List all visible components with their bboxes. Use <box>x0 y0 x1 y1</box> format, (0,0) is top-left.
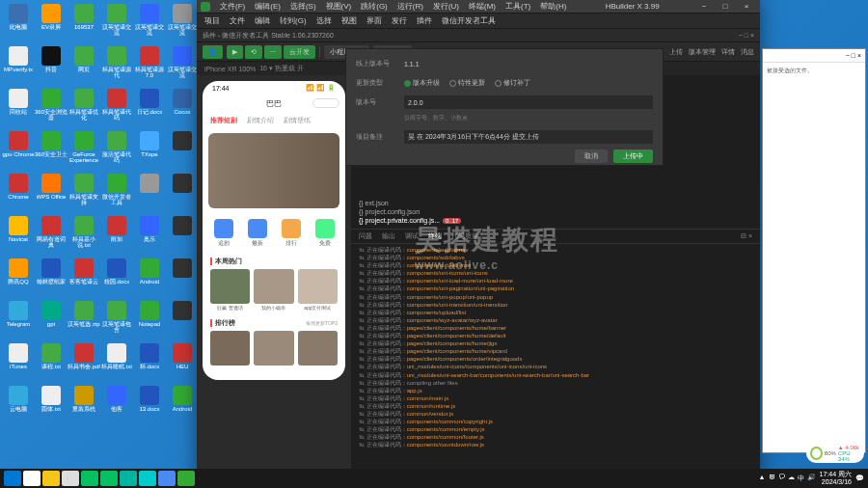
output-tab[interactable]: 调试 <box>405 231 419 241</box>
menu-item[interactable]: 编辑 <box>251 14 274 27</box>
toolbar-button[interactable]: 版本管理 <box>689 47 716 57</box>
taskbar-item[interactable] <box>120 471 137 486</box>
desktop-icon[interactable]: EV录屏 <box>35 4 68 44</box>
desktop-icon[interactable]: gpu Chrome <box>2 131 35 172</box>
taskbar-item[interactable] <box>158 471 176 486</box>
capsule-button[interactable] <box>312 98 339 108</box>
desktop-icon[interactable]: 杯具睡眠.txt <box>100 343 133 384</box>
tray-icon[interactable]: ▲ <box>759 474 766 483</box>
menu-item[interactable]: 视图(V) <box>322 0 356 13</box>
close-button[interactable]: × <box>737 0 756 14</box>
upload-button[interactable]: 上传中 <box>613 149 653 163</box>
desktop-icon[interactable]: 汉英笔译交流 <box>166 4 199 44</box>
desktop-icon[interactable]: 汉英笔译包含 <box>100 301 133 341</box>
taskbar-item[interactable] <box>177 471 195 486</box>
desktop-icon[interactable]: iTunes <box>2 343 35 384</box>
phone-tab[interactable]: 剧情介绍 <box>247 116 274 125</box>
desktop-icon[interactable]: GeForce Experience <box>68 131 100 172</box>
desktop-icon[interactable]: 此电脑 <box>2 4 35 44</box>
maximize-button[interactable]: □ <box>716 0 735 14</box>
perf-badge[interactable]: 80% ▲ 4.06k CPU 34% <box>806 444 864 463</box>
tray-icon[interactable]: 🗩 <box>778 474 785 483</box>
taskbar-item[interactable] <box>100 471 118 486</box>
radio-option[interactable]: 特性更新 <box>449 78 485 88</box>
toolbar-button[interactable]: ▶ <box>227 45 243 59</box>
menu-item[interactable]: 帮助(H) <box>536 0 570 13</box>
nav-item[interactable]: 追剧 <box>214 219 233 248</box>
nav-item[interactable]: 免费 <box>315 219 335 248</box>
desktop-icon[interactable] <box>166 301 199 341</box>
menu-item[interactable]: 文件(F) <box>216 0 249 13</box>
user-icon[interactable]: 👤 <box>203 45 223 59</box>
desktop-icon[interactable]: 激活笔译代码 <box>100 131 133 172</box>
phone-tab[interactable]: 推荐短剧 <box>210 116 237 125</box>
desktop-icon[interactable]: 杯具书会.pdf <box>68 343 100 384</box>
desktop-icon[interactable]: 169537 <box>68 4 100 44</box>
menu-item[interactable]: 终端(M) <box>465 0 500 13</box>
desktop-icon[interactable]: 杯具基小说.txt <box>68 216 100 257</box>
tray-icon[interactable]: ⛨ <box>769 474 775 483</box>
desktop-icon[interactable]: Android <box>133 258 166 299</box>
desktop-icon[interactable]: 翰林壁纸家 <box>35 258 68 299</box>
output-tab[interactable]: 终端 <box>428 231 442 241</box>
desktop-icon[interactable]: 课程.txt <box>35 343 68 384</box>
file-tree[interactable]: {} ext.json{} project.config.json{} proj… <box>351 195 760 229</box>
desktop-icon[interactable]: 云电脑 <box>2 386 35 426</box>
desktop-icon[interactable]: 汉英笔选.zip <box>68 301 100 341</box>
desktop-icon[interactable]: WPS Office <box>35 174 68 214</box>
desktop-icon[interactable]: 360安全浏览器 <box>35 89 68 129</box>
desktop-icon[interactable]: Navicat <box>2 216 35 257</box>
desktop-icon[interactable]: Cocos <box>166 89 199 129</box>
desktop-icon[interactable]: 360安全卫士 <box>35 131 68 172</box>
menu-item[interactable]: 发行(U) <box>429 0 463 13</box>
card-item[interactable]: 我的小确幸 <box>254 269 293 311</box>
radio-option[interactable]: 修订补丁 <box>495 78 530 88</box>
desktop-icon[interactable]: 圆体.txt <box>35 386 68 426</box>
menu-item[interactable]: 选择(S) <box>286 0 320 13</box>
output-tab[interactable]: 输出 <box>382 231 395 241</box>
toolbar-button[interactable]: 详情 <box>721 47 735 57</box>
desktop-icon[interactable]: 校园.docx <box>100 258 133 299</box>
file-item[interactable]: {} ext.json <box>359 199 752 207</box>
output-tab[interactable]: 问题 <box>359 231 372 241</box>
menu-item[interactable]: 文件 <box>226 14 249 27</box>
desktop-icon[interactable]: 微信开发者工具 <box>100 174 133 214</box>
desktop-icon[interactable]: 抖音 <box>35 46 68 87</box>
desktop-icon[interactable]: 重装系统 <box>68 386 100 426</box>
taskbar-item[interactable] <box>42 471 60 486</box>
desktop-icon[interactable]: 网页 <box>68 46 100 87</box>
tray-icon[interactable]: 中 <box>798 474 804 483</box>
cancel-button[interactable]: 取消 <box>575 149 608 163</box>
nav-item[interactable]: 最新 <box>248 219 267 248</box>
output-tab[interactable]: 代码质量 <box>451 231 478 241</box>
file-item[interactable]: {} project.private.config.js...0. 17 <box>359 216 752 225</box>
desktop-icon[interactable]: 13.docx <box>133 386 166 426</box>
desktop-icon[interactable] <box>166 216 199 257</box>
desktop-icon[interactable]: 奥乐 <box>133 216 166 257</box>
desktop-icon[interactable]: 汉英笔译交流 <box>166 46 199 87</box>
close-icon[interactable]: − □ × <box>846 52 861 59</box>
taskbar-item[interactable] <box>81 471 98 486</box>
menu-item[interactable]: 插件 <box>413 14 436 27</box>
output-tabs[interactable]: 问题输出调试终端代码质量⊟ × <box>351 229 760 244</box>
toolbar-button[interactable]: 云开发 <box>284 45 315 59</box>
menu-item[interactable]: 微信开发者工具 <box>438 14 500 27</box>
desktop-icon[interactable]: 客客笔译云 <box>68 258 100 299</box>
desktop-icon[interactable]: 附加 <box>100 216 133 257</box>
desktop-icon[interactable]: 杯.docx <box>133 343 166 384</box>
desktop-icon[interactable]: 汉英笔译交流 <box>133 4 166 44</box>
tray-icon[interactable]: 🔊 <box>807 474 816 483</box>
toolbar-button[interactable]: ··· <box>264 45 282 59</box>
desktop-icon[interactable]: 他客 <box>100 386 133 426</box>
menu-item[interactable]: 跳转(G) <box>357 0 392 13</box>
menu-item[interactable]: 视图 <box>338 14 361 27</box>
desktop-icon[interactable]: 腾讯QQ <box>2 258 35 299</box>
radio-option[interactable]: 版本升级 <box>404 78 440 88</box>
menu-item[interactable]: 选择 <box>312 14 336 27</box>
desktop-icon[interactable]: 回收站 <box>2 89 35 129</box>
menu-item[interactable]: 转到(G) <box>276 14 311 27</box>
version-input[interactable] <box>404 95 653 109</box>
toolbar-button[interactable]: ⟲ <box>245 45 262 59</box>
phone-tabs[interactable]: 推荐短剧剧情介绍剧情壁纸 <box>203 112 345 129</box>
desktop-icon[interactable]: HEU <box>166 343 199 384</box>
